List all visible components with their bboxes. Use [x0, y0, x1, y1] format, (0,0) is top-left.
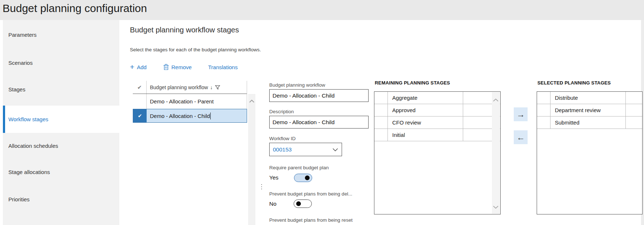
sidebar: Parameters Scenarios Stages Workflow sta…: [3, 20, 119, 225]
panel-scrollbar[interactable]: [492, 92, 500, 214]
row-select-cell-checked[interactable]: ✔: [133, 109, 147, 122]
grid-scrollbar[interactable]: [248, 94, 255, 225]
remove-button-label: Remove: [171, 64, 192, 70]
row-select-cell[interactable]: [374, 129, 388, 141]
prevent-delete-toggle[interactable]: [294, 200, 312, 208]
require-parent-toggle[interactable]: [294, 174, 312, 182]
list-item[interactable]: Approved: [374, 104, 500, 117]
workflow-id-value: 000153: [273, 146, 292, 153]
stage-name[interactable]: CFO review: [388, 117, 463, 129]
remove-button[interactable]: Remove: [163, 62, 192, 72]
workflow-grid: ✔ Budget planning workflow ↓ Demo - Allo…: [133, 81, 247, 123]
workflow-name-text: Demo - Allocation - Child: [150, 113, 210, 119]
workflow-field-label: Budget planning workflow: [269, 82, 325, 88]
trash-icon: [163, 64, 169, 70]
sidebar-item-priorities[interactable]: Priorities: [3, 186, 119, 213]
stage-name[interactable]: Department review: [550, 104, 626, 116]
filter-icon[interactable]: [215, 85, 220, 90]
list-item[interactable]: Distribute: [537, 92, 642, 104]
select-all-cell[interactable]: ✔: [133, 81, 147, 94]
translations-button[interactable]: Translations: [208, 62, 238, 72]
move-left-button[interactable]: ←: [514, 130, 528, 144]
sidebar-item-parameters[interactable]: Parameters: [3, 21, 119, 48]
add-button-label: Add: [137, 64, 147, 70]
arrow-right-icon: →: [517, 110, 525, 119]
translations-button-label: Translations: [208, 64, 238, 70]
sidebar-item-allocation-schedules[interactable]: Allocation schedules: [3, 132, 119, 159]
section-subtitle: Select the stages for each of the budget…: [130, 47, 261, 52]
stage-name[interactable]: Distribute: [550, 92, 626, 104]
grid-header-row[interactable]: ✔ Budget planning workflow ↓: [133, 81, 247, 94]
grid-column-header[interactable]: Budget planning workflow: [150, 84, 208, 90]
stage-name[interactable]: Initial: [388, 129, 463, 141]
workflow-name-cell-editing[interactable]: Demo - Allocation - Child: [147, 109, 247, 122]
stage-name[interactable]: Approved: [388, 104, 463, 116]
move-right-button[interactable]: →: [514, 107, 528, 121]
titlebar: Budget planning configuration: [0, 0, 644, 20]
description-field[interactable]: [269, 116, 369, 129]
page-title: Budget planning configuration: [0, 0, 644, 15]
check-icon: ✔: [138, 113, 142, 119]
sidebar-item-workflow-stages[interactable]: Workflow stages: [3, 106, 119, 133]
stage-name[interactable]: Submitted: [550, 117, 626, 129]
workflow-id-label: Workflow ID: [269, 136, 296, 141]
table-row[interactable]: Demo - Allocation - Parent: [133, 94, 247, 109]
require-parent-label: Require parent budget plan: [269, 165, 329, 170]
plus-icon: +: [130, 63, 134, 71]
row-select-cell[interactable]: [537, 117, 550, 129]
section-heading: Budget planning workflow stages: [130, 25, 239, 34]
row-select-cell[interactable]: [133, 94, 147, 109]
chevron-down-icon[interactable]: [493, 206, 498, 209]
budget-planning-configuration-screen: Budget planning configuration Parameters…: [0, 0, 644, 225]
remaining-stages-panel: Aggregate Approved CFO review Initial: [374, 91, 501, 214]
table-row-selected[interactable]: ✔ Demo - Allocation - Child: [133, 109, 247, 123]
stage-name[interactable]: Aggregate: [388, 92, 463, 104]
arrow-left-icon: ←: [517, 133, 525, 142]
prevent-delete-label: Prevent budget plans from being del...: [269, 191, 352, 197]
workflow-name-cell[interactable]: Demo - Allocation - Parent: [147, 94, 247, 109]
sidebar-item-scenarios[interactable]: Scenarios: [3, 49, 119, 76]
toggle-knob: [296, 201, 301, 206]
list-item[interactable]: Department review: [537, 104, 642, 117]
chevron-up-icon[interactable]: [493, 99, 498, 102]
description-field-label: Description: [269, 109, 294, 114]
row-select-cell[interactable]: [374, 92, 388, 104]
list-item[interactable]: CFO review: [374, 117, 500, 129]
workflow-id-dropdown[interactable]: 000153: [269, 143, 342, 156]
chevron-up-icon[interactable]: [249, 100, 254, 103]
sort-descending-icon[interactable]: ↓: [210, 84, 213, 90]
prevent-delete-value: No: [269, 201, 277, 207]
prevent-reset-label: Prevent budget plans from being reset: [269, 217, 353, 223]
list-item[interactable]: Initial: [374, 129, 500, 141]
sidebar-item-stage-allocations[interactable]: Stage allocations: [3, 158, 119, 186]
splitter-handle[interactable]: [261, 184, 262, 189]
selected-stages-panel: Distribute Department review Submitted: [537, 91, 643, 214]
require-parent-value: Yes: [269, 174, 278, 181]
workflow-field[interactable]: [269, 89, 369, 102]
text-cursor: [210, 112, 211, 119]
chevron-down-icon: [333, 148, 338, 151]
add-button[interactable]: + Add: [130, 62, 147, 72]
selected-stages-heading: SELECTED PLANNING STAGES: [537, 80, 611, 86]
list-item[interactable]: Aggregate: [374, 92, 500, 104]
list-item[interactable]: Submitted: [537, 117, 642, 129]
row-select-cell[interactable]: [374, 104, 388, 116]
check-icon: ✔: [137, 84, 142, 91]
sidebar-item-stages[interactable]: Stages: [3, 76, 119, 103]
toggle-knob: [305, 175, 310, 180]
remaining-stages-heading: REMAINING PLANNING STAGES: [375, 80, 450, 86]
row-select-cell[interactable]: [537, 92, 550, 104]
row-select-cell[interactable]: [374, 117, 388, 129]
row-select-cell[interactable]: [537, 104, 550, 116]
